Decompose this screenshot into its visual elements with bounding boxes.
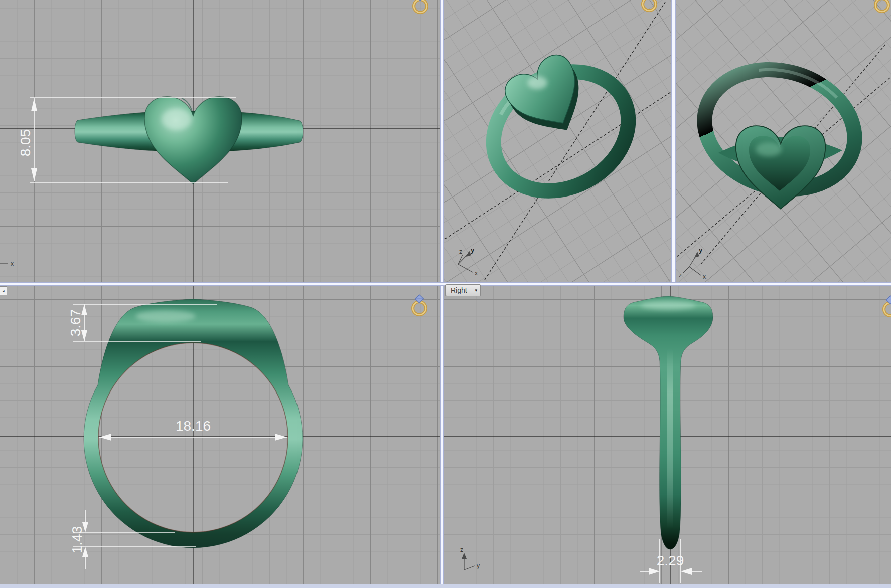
dim-inner-diameter-value: 18.16	[176, 418, 211, 434]
viewport-perspective-a[interactable]: z y x	[444, 0, 671, 282]
ring-logo-icon	[879, 294, 891, 318]
viewport-perspective-b-canvas: y z x	[676, 0, 891, 282]
axis-z-label: z	[459, 248, 462, 255]
collapse-arrow-icon: ◂	[2, 289, 4, 293]
dimension-inner-diameter[interactable]: 18.16	[99, 418, 287, 441]
viewport-front[interactable]: 8.05 x	[0, 0, 440, 282]
ring-perspective-view[interactable]	[473, 49, 649, 214]
viewport-title-button[interactable]: Right ▾	[445, 284, 481, 296]
axis-z-label: z	[679, 272, 682, 279]
viewport-side-canvas: 3.67 18.16 1.43	[0, 286, 440, 584]
axis-y-label: y	[477, 562, 480, 569]
viewport-perspective-a-canvas: z y x	[444, 0, 671, 282]
viewport-side[interactable]: 3.67 18.16 1.43	[0, 286, 440, 584]
ring-logo-icon	[638, 0, 660, 13]
construction-axes-3d	[444, 2, 671, 280]
ring-front-view[interactable]	[75, 97, 303, 184]
axis-x-label: x	[703, 273, 706, 280]
ring-logo-icon	[871, 0, 891, 14]
viewport-perspective-b[interactable]: y z x	[676, 0, 891, 282]
viewport-right-canvas: 2.29 z y	[444, 286, 891, 584]
axis-x-label: x	[475, 270, 478, 277]
axis-x-label: x	[11, 260, 14, 267]
axis-y-label: y	[699, 246, 703, 254]
axis-widget-right: z y	[460, 546, 480, 570]
cad-workspace: 8.05 x	[0, 0, 891, 588]
ring-logo-icon	[408, 293, 430, 317]
axis-y-label: y	[471, 246, 475, 254]
viewport-divider-vertical[interactable]	[671, 0, 676, 286]
viewport-right[interactable]: 2.29 z y	[444, 286, 891, 584]
viewport-title-label[interactable]: Right	[446, 286, 472, 294]
axis-widget-perspective-a: z y x	[458, 246, 478, 277]
dim-band-thickness-value: 1.43	[69, 526, 85, 554]
dim-front-height-value: 8.05	[18, 129, 33, 157]
ring-top-perspective-view[interactable]	[690, 53, 869, 209]
viewport-front-canvas: 8.05 x	[0, 0, 440, 282]
axis-widget-front: x	[0, 260, 14, 267]
window-bottom-edge	[0, 584, 891, 588]
panel-collapse-tab[interactable]: ◂	[0, 286, 7, 295]
dim-band-width-value: 2.29	[657, 553, 684, 568]
axis-z-label: z	[460, 546, 463, 553]
dim-head-height-value: 3.67	[68, 309, 83, 337]
ring-logo-icon	[409, 0, 431, 15]
chevron-down-icon[interactable]: ▾	[472, 285, 480, 295]
viewport-divider-vertical[interactable]	[440, 0, 444, 584]
ring-right-profile-view[interactable]	[624, 296, 713, 549]
